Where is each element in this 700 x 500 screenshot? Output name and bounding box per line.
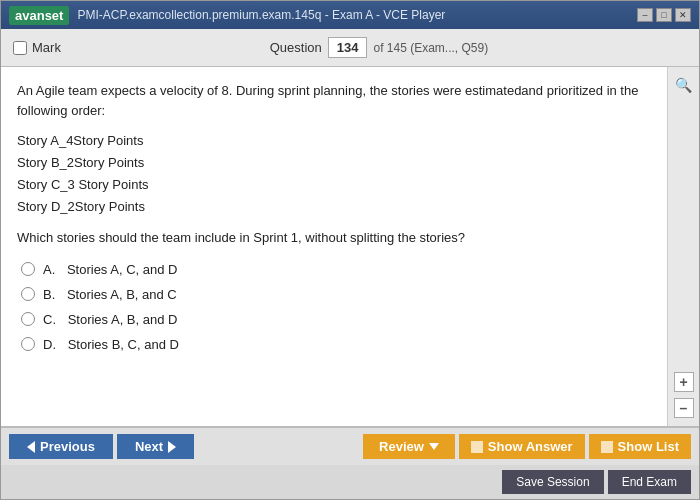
option-d[interactable]: D. Stories B, C, and D — [21, 337, 651, 352]
question-text: An Agile team expects a velocity of 8. D… — [17, 81, 651, 120]
review-button[interactable]: Review — [363, 434, 455, 459]
content-area: An Agile team expects a velocity of 8. D… — [1, 67, 699, 426]
bottom-row-1: Previous Next Review Show Answer Show Li… — [1, 428, 699, 465]
story-item-d: Story D_2Story Points — [17, 196, 651, 218]
question-area: An Agile team expects a velocity of 8. D… — [1, 67, 667, 426]
radio-c[interactable] — [21, 312, 35, 326]
show-answer-label: Show Answer — [488, 439, 573, 454]
show-list-icon — [601, 441, 613, 453]
option-b-text: Stories A, B, and C — [67, 287, 177, 302]
next-label: Next — [135, 439, 163, 454]
question-prompt: Which stories should the team include in… — [17, 228, 651, 248]
option-c-label: C. — [43, 312, 60, 327]
option-b-label: B. — [43, 287, 59, 302]
window-controls: – □ ✕ — [637, 8, 691, 22]
option-c[interactable]: C. Stories A, B, and D — [21, 312, 651, 327]
prev-arrow-icon — [27, 441, 35, 453]
next-arrow-icon — [168, 441, 176, 453]
right-sidebar: 🔍 + – — [667, 67, 699, 426]
show-list-label: Show List — [618, 439, 679, 454]
option-a-label: A. — [43, 262, 59, 277]
story-item-c: Story C_3 Story Points — [17, 174, 651, 196]
radio-a[interactable] — [21, 262, 35, 276]
title-bar: avanset PMI-ACP.examcollection.premium.e… — [1, 1, 699, 29]
story-item-b: Story B_2Story Points — [17, 152, 651, 174]
answer-options: A. Stories A, C, and D B. Stories A, B, … — [21, 262, 651, 352]
maximize-button[interactable]: □ — [656, 8, 672, 22]
option-d-label: D. — [43, 337, 60, 352]
minimize-button[interactable]: – — [637, 8, 653, 22]
story-item-a: Story A_4Story Points — [17, 130, 651, 152]
close-button[interactable]: ✕ — [675, 8, 691, 22]
story-list: Story A_4Story Points Story B_2Story Poi… — [17, 130, 651, 218]
show-answer-icon — [471, 441, 483, 453]
bottom-row-2: Save Session End Exam — [1, 465, 699, 499]
next-button[interactable]: Next — [117, 434, 194, 459]
window-title: PMI-ACP.examcollection.premium.exam.145q… — [77, 8, 445, 22]
search-icon[interactable]: 🔍 — [674, 75, 694, 95]
option-b[interactable]: B. Stories A, B, and C — [21, 287, 651, 302]
mark-checkbox-container: Mark — [13, 40, 61, 55]
option-c-text: Stories A, B, and D — [68, 312, 178, 327]
end-exam-button[interactable]: End Exam — [608, 470, 691, 494]
bottom-bar: Previous Next Review Show Answer Show Li… — [1, 426, 699, 499]
main-window: avanset PMI-ACP.examcollection.premium.e… — [0, 0, 700, 500]
show-answer-button[interactable]: Show Answer — [459, 434, 585, 459]
option-a-text: Stories A, C, and D — [67, 262, 178, 277]
option-a[interactable]: A. Stories A, C, and D — [21, 262, 651, 277]
question-label: Question — [270, 40, 322, 55]
show-list-button[interactable]: Show List — [589, 434, 691, 459]
radio-b[interactable] — [21, 287, 35, 301]
review-label: Review — [379, 439, 424, 454]
logo: avanset — [9, 6, 69, 25]
radio-d[interactable] — [21, 337, 35, 351]
previous-label: Previous — [40, 439, 95, 454]
zoom-in-button[interactable]: + — [674, 372, 694, 392]
review-arrow-icon — [429, 443, 439, 450]
bottom-right-buttons: Review Show Answer Show List — [363, 434, 691, 459]
question-navigation: Question 134 of 145 (Exam..., Q59) — [270, 37, 488, 58]
zoom-out-button[interactable]: – — [674, 398, 694, 418]
mark-label: Mark — [32, 40, 61, 55]
option-d-text: Stories B, C, and D — [68, 337, 179, 352]
mark-checkbox[interactable] — [13, 41, 27, 55]
question-total: of 145 (Exam..., Q59) — [373, 41, 488, 55]
title-bar-left: avanset PMI-ACP.examcollection.premium.e… — [9, 6, 445, 25]
question-number-box: 134 — [328, 37, 368, 58]
save-session-button[interactable]: Save Session — [502, 470, 603, 494]
toolbar: Mark Question 134 of 145 (Exam..., Q59) — [1, 29, 699, 67]
previous-button[interactable]: Previous — [9, 434, 113, 459]
